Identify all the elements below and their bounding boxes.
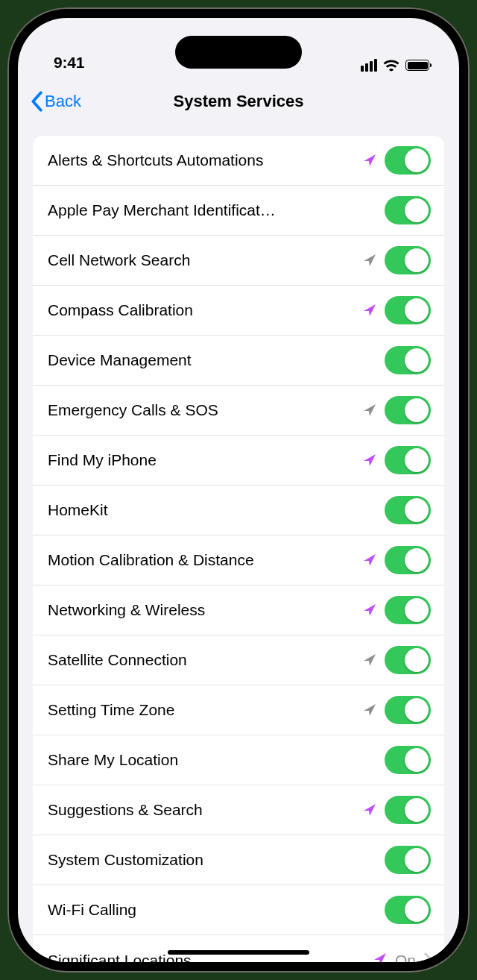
toggle-switch[interactable] <box>385 796 431 824</box>
location-arrow-icon <box>362 403 377 418</box>
location-arrow-icon <box>362 303 377 318</box>
settings-row: Networking & Wireless <box>33 585 444 635</box>
settings-row: Setting Time Zone <box>33 685 444 735</box>
dynamic-island <box>175 36 302 69</box>
toggle-switch[interactable] <box>385 596 431 624</box>
toggle-switch[interactable] <box>385 646 431 674</box>
row-label: Device Management <box>48 351 377 369</box>
row-label: System Customization <box>48 851 377 869</box>
chevron-right-icon <box>423 952 431 962</box>
row-label: Alerts & Shortcuts Automations <box>48 151 355 169</box>
device-frame: 9:41 Back System Services Alerts & Short… <box>7 7 470 973</box>
toggle-switch[interactable] <box>385 396 431 424</box>
toggle-switch[interactable] <box>385 246 431 274</box>
settings-row: Apple Pay Merchant Identificat… <box>33 186 444 236</box>
settings-row-significant-locations[interactable]: Significant LocationsOn <box>33 935 444 962</box>
row-label: Satellite Connection <box>48 651 355 669</box>
settings-row: Motion Calibration & Distance <box>33 535 444 585</box>
wifi-icon <box>383 60 399 72</box>
row-label: Wi-Fi Calling <box>48 901 377 919</box>
toggle-switch[interactable] <box>385 896 431 924</box>
toggle-switch[interactable] <box>385 296 431 324</box>
toggle-switch[interactable] <box>385 846 431 874</box>
location-arrow-icon <box>362 603 377 618</box>
settings-row: Wi-Fi Calling <box>33 885 444 935</box>
back-button[interactable]: Back <box>30 91 81 112</box>
row-label: Networking & Wireless <box>48 601 355 619</box>
row-label: Setting Time Zone <box>48 701 355 719</box>
location-arrow-icon <box>362 802 377 817</box>
settings-row: HomeKit <box>33 486 444 535</box>
settings-row: System Customization <box>33 835 444 885</box>
location-arrow-icon <box>362 553 377 568</box>
settings-row: Cell Network Search <box>33 236 444 286</box>
toggle-switch[interactable] <box>385 496 431 524</box>
row-label: Motion Calibration & Distance <box>48 551 355 569</box>
location-arrow-icon <box>362 153 377 168</box>
row-label: HomeKit <box>48 501 377 519</box>
home-indicator[interactable] <box>168 950 309 955</box>
row-label: Emergency Calls & SOS <box>48 401 355 419</box>
toggle-switch[interactable] <box>385 446 431 474</box>
row-label: Suggestions & Search <box>48 801 355 819</box>
location-arrow-icon <box>373 952 388 962</box>
back-label: Back <box>45 92 81 111</box>
status-indicators <box>361 59 429 72</box>
settings-row: Device Management <box>33 336 444 386</box>
settings-row: Compass Calibration <box>33 286 444 336</box>
settings-row: Emergency Calls & SOS <box>33 386 444 436</box>
location-arrow-icon <box>362 453 377 468</box>
location-arrow-icon <box>362 653 377 668</box>
chevron-left-icon <box>30 91 43 112</box>
row-label: Cell Network Search <box>48 251 355 269</box>
settings-row: Alerts & Shortcuts Automations <box>33 136 444 186</box>
battery-icon <box>405 60 429 71</box>
page-title: System Services <box>18 92 459 111</box>
settings-list: Alerts & Shortcuts AutomationsApple Pay … <box>33 136 444 962</box>
location-arrow-icon <box>362 703 377 717</box>
location-arrow-icon <box>362 253 377 268</box>
toggle-switch[interactable] <box>385 346 431 374</box>
row-label: Apple Pay Merchant Identificat… <box>48 201 377 219</box>
toggle-switch[interactable] <box>385 746 431 774</box>
row-label: Find My iPhone <box>48 451 355 469</box>
content-area: Alerts & Shortcuts AutomationsApple Pay … <box>18 125 459 962</box>
row-label: Compass Calibration <box>48 301 355 319</box>
settings-row: Find My iPhone <box>33 436 444 486</box>
toggle-switch[interactable] <box>385 696 431 724</box>
status-time: 9:41 <box>54 54 84 72</box>
toggle-switch[interactable] <box>385 146 431 175</box>
navigation-bar: Back System Services <box>18 78 459 125</box>
screen: 9:41 Back System Services Alerts & Short… <box>18 18 459 962</box>
row-label: Share My Location <box>48 751 377 769</box>
settings-row: Suggestions & Search <box>33 785 444 835</box>
row-value: On <box>395 952 416 962</box>
settings-row: Share My Location <box>33 735 444 785</box>
toggle-switch[interactable] <box>385 546 431 574</box>
settings-row: Satellite Connection <box>33 635 444 685</box>
cellular-icon <box>361 59 377 72</box>
toggle-switch[interactable] <box>385 196 431 224</box>
